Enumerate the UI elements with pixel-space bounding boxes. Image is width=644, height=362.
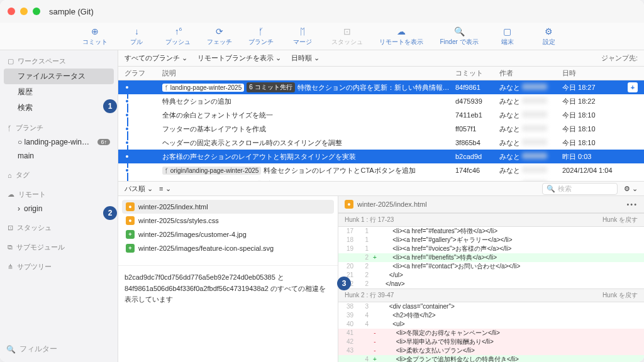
diff-view: ● winter-2025/index.html ••• Hunk 1 : 行 …	[338, 196, 644, 362]
sidebar-branch-item[interactable]: ○ landing-page-win…6↑	[0, 135, 118, 149]
sidebar-section-stashes[interactable]: ⊡スタッシュ	[0, 221, 118, 235]
toolbar-Finder で表示[interactable]: 🔍Finder で表示	[440, 26, 478, 47]
remote-filter[interactable]: リモートブランチを表示 ⌄	[197, 53, 281, 63]
revert-hunk-button[interactable]: Hunk を戻す	[602, 291, 638, 300]
callout-1: 1	[103, 99, 117, 113]
sidebar-item-origin[interactable]: ›origin	[0, 202, 118, 216]
toolbar-マージ[interactable]: ᛖマージ	[290, 26, 315, 47]
callout-2: 2	[103, 206, 117, 220]
file-item[interactable]: ●winter-2025/index.html	[122, 200, 334, 214]
マージ-icon: ᛖ	[300, 26, 305, 36]
file-item[interactable]: ●winter-2025/css/styles.css	[122, 214, 334, 228]
search-input[interactable]: 🔍検索	[542, 183, 618, 195]
commit-row[interactable]: お客様の声セクションのレイアウトと初期スタイリングを実装 b2cad9d みなと…	[118, 150, 644, 163]
minimize-icon[interactable]	[20, 8, 28, 15]
commit-row[interactable]: 特典セクションの追加 d475939 みなと 今日 18:22	[118, 94, 644, 108]
branch-icon: ᚶ	[8, 124, 12, 132]
コミット-icon: ⊕	[91, 26, 99, 36]
sidebar-item[interactable]: 履歴	[0, 84, 118, 100]
commit-row[interactable]: 全体の余白とフォントサイズを統一 7411eb1 みなと 今日 18:10	[118, 108, 644, 122]
toolbar-設定[interactable]: ⚙設定	[536, 26, 562, 47]
file-status-icon: ●	[126, 202, 135, 211]
path-sort[interactable]: パス順 ⌄	[125, 184, 153, 194]
設定-icon: ⚙	[545, 26, 553, 36]
file-status-icon: +	[126, 244, 135, 253]
file-item[interactable]: +winter-2025/images/feature-icon-special…	[122, 241, 334, 255]
toolbar-スタッシュ[interactable]: ⊡スタッシュ	[331, 26, 363, 47]
commit-row[interactable]: ᚶ landing-page-winter-20256 コミット先行特徴セクショ…	[118, 80, 644, 94]
file-item[interactable]: +winter-2025/images/customer-4.jpg	[122, 228, 334, 241]
sidebar-section-remotes[interactable]: ☁リモート	[0, 187, 118, 202]
diff-line[interactable]: 41- <li>冬限定のお得なキャンペーン</li>	[338, 329, 644, 337]
diff-subbar: パス順 ⌄ ≡ ⌄ 🔍検索 ⚙ ⌄	[118, 181, 644, 196]
diff-line[interactable]: 171 <li><a href="#features">特徴</a></li>	[338, 227, 644, 236]
sidebar-item[interactable]: 検索	[0, 100, 118, 116]
sidebar-section-tags[interactable]: ⌂タグ	[0, 168, 118, 182]
toolbar-プル[interactable]: ↓プル	[124, 26, 149, 47]
toolbar-コミット[interactable]: ⊕コミット	[82, 26, 108, 47]
diff-line[interactable]: 394 <h2>特徴</h2>	[338, 311, 644, 320]
search-icon: 🔍	[547, 185, 555, 193]
diff-line[interactable]: 2+ <li><a href="#benefits">特典</a></li>	[338, 253, 644, 262]
branch-filter[interactable]: すべてのブランチ ⌄	[125, 53, 187, 63]
フェッチ-icon: ⟳	[216, 26, 223, 36]
diff-line[interactable]: 404 <ul>	[338, 320, 644, 329]
diff-line[interactable]: 42- <li>早期申込みで特別報酬あり</li>	[338, 337, 644, 346]
revert-hunk-button[interactable]: Hunk を戻す	[602, 216, 638, 224]
commit-row[interactable]: フッターの基本レイアウトを作成 ff057f1 みなと 今日 18:10	[118, 122, 644, 136]
submodule-icon: ⧉	[8, 243, 13, 251]
diff-line[interactable]: 4+ <li>全プランで追加料金なしの特典付き</li>	[338, 355, 644, 362]
sidebar-branch-item[interactable]: main	[0, 149, 118, 163]
diff-line[interactable]: 181 <li><a href="#gallery">ギャラリー</a></li…	[338, 236, 644, 244]
graph-dot	[125, 140, 130, 145]
hunk-header-1: Hunk 1 : 行 17-23Hunk を戻す	[338, 213, 644, 227]
commit-row[interactable]: ヘッダーの固定表示とスクロール時のスタイリングを調整 3f865b4 みなと 今…	[118, 136, 644, 150]
branch-tag: ᚶ origin/landing-page-winter-2025	[162, 167, 261, 175]
toolbar-端末[interactable]: ▢端末	[495, 26, 520, 47]
more-icon[interactable]: •••	[626, 200, 638, 208]
toolbar-ブランチ[interactable]: ᚶブランチ	[248, 26, 274, 47]
maximize-icon[interactable]	[33, 8, 40, 15]
toolbar-フェッチ[interactable]: ⟳フェッチ	[207, 26, 232, 47]
graph-dot	[125, 154, 130, 159]
toolbar-プッシュ[interactable]: ↑6プッシュ	[165, 26, 191, 47]
modified-icon: ●	[345, 200, 353, 209]
workspace-icon: ▢	[8, 57, 14, 65]
sidebar-item[interactable]: ファイルステータス	[4, 69, 114, 84]
diff-line[interactable]: 191 <li><a href="#voices">お客様の声</a></li>	[338, 244, 644, 253]
commit-row[interactable]: ᚶ origin/landing-page-winter-2025料金セクション…	[118, 163, 644, 177]
Finder で表示-icon: 🔍	[454, 26, 465, 36]
cloud-icon: ☁	[8, 190, 14, 199]
sidebar-section-submodules[interactable]: ⧉サブモジュール	[0, 240, 118, 255]
diff-file-header: ● winter-2025/index.html •••	[338, 196, 644, 213]
プル-icon: ↓	[135, 26, 139, 36]
diff-line[interactable]: 43- <li>柔軟な支払いプラン</li>	[338, 346, 644, 355]
expand-button[interactable]: +	[628, 82, 638, 92]
graph-dot	[125, 112, 130, 118]
titlebar: sample (Git)	[0, 0, 644, 23]
diff-line[interactable]: 212 </ul>	[338, 271, 644, 280]
sort-filter[interactable]: 日時順 ⌄	[291, 53, 319, 63]
ブランチ-icon: ᚶ	[258, 26, 264, 36]
file-list: ●winter-2025/index.html●winter-2025/css/…	[118, 196, 338, 362]
commit-row[interactable]: 特典セクションをレスポンシブ対応でスタイリング 6da2b64 みなと 2024…	[118, 177, 644, 181]
スタッシュ-icon: ⊡	[343, 26, 351, 36]
close-icon[interactable]	[8, 8, 15, 15]
ahead-badge: 6 コミット先行	[247, 82, 294, 92]
commit-list[interactable]: ᚶ landing-page-winter-20256 コミット先行特徴セクショ…	[118, 80, 644, 181]
diff-line[interactable]: 202 <li><a href="#contact">お問い合わせ</a></l…	[338, 262, 644, 271]
jump-to[interactable]: ジャンプ先:	[601, 53, 638, 63]
graph-dot	[125, 168, 130, 173]
subtree-icon: ⋔	[8, 263, 13, 271]
sidebar: ▢ワークスペース ファイルステータス履歴検索 ᚶブランチ ○ landing-p…	[0, 50, 118, 362]
sidebar-section-subtrees[interactable]: ⋔サブツリー	[0, 260, 118, 274]
search-icon: 🔍	[6, 345, 16, 354]
toolbar-リモートを表示[interactable]: ☁リモートを表示	[379, 26, 423, 47]
diff-line[interactable]: 222 </nav>	[338, 280, 644, 288]
sidebar-filter[interactable]: 🔍フィルター	[0, 340, 118, 358]
settings-icon[interactable]: ⚙ ⌄	[624, 185, 638, 193]
sidebar-section-workspace: ▢ワークスペース	[0, 54, 118, 69]
stash-icon: ⊡	[8, 224, 13, 232]
view-mode[interactable]: ≡ ⌄	[159, 185, 170, 193]
diff-line[interactable]: 383 <div class="container">	[338, 302, 644, 311]
